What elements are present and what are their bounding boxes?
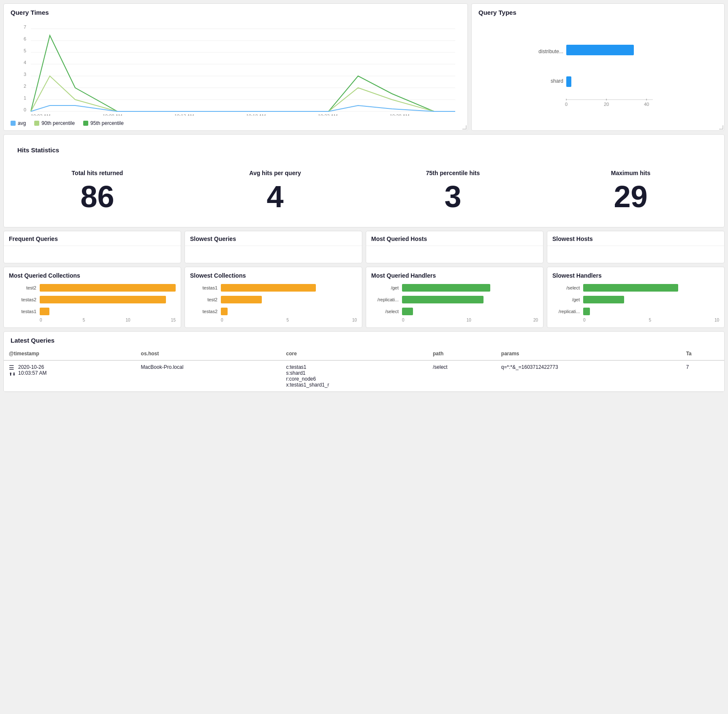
x-label: 20 [533,318,538,322]
most-queried-handlers-title: Most Queried Handlers [371,272,538,279]
latest-queries-table: @timestamp os.host core path params Ta [4,347,724,392]
latest-queries-row: Latest Queries @timestamp os.host core p… [0,331,728,395]
row-controls: ☰ ⬆⬇ 2020-10-26 10:03:57 AM [9,364,131,376]
bar-track [402,284,538,292]
query-types-svg: distribute... shard 0 20 40 [478,28,717,112]
bar-fill [583,296,624,303]
avg-label: avg [18,120,26,126]
query-times-svg: 0 1 2 3 4 5 6 7 [11,23,461,116]
hits-statistics-row: Hits Statistics Total hits returned 86 A… [0,134,728,231]
hit-avg-label: Avg hits per query [193,170,358,176]
hit-total: Total hits returned 86 [11,161,184,220]
bar-track [40,296,176,303]
x-label: 5 [649,318,651,322]
95th-dot [83,121,88,126]
slowest-handlers-card: Slowest Handlers /select /get /replicati… [547,267,725,328]
slowest-handlers-title: Slowest Handlers [552,272,719,279]
bar-label: /get [371,285,399,290]
svg-rect-25 [566,76,571,87]
slowest-collections-title: Slowest Collections [190,272,357,279]
latest-queries-title: Latest Queries [4,332,724,347]
svg-text:10:08 AM: 10:08 AM [103,114,122,116]
x-axis: 0 5 10 15 [9,318,176,322]
most-queried-hosts-panel: Most Queried Hosts [366,231,543,263]
bar-fill [402,296,484,303]
bar-track [40,284,176,292]
bar-label: /select [552,285,580,290]
bar-row: /select [552,284,719,292]
legend-avg: avg [11,120,26,126]
expand-icon[interactable]: ⬆⬇ [9,372,16,376]
x-label: 0 [40,318,42,322]
bar-label: test2 [190,297,217,302]
slowest-hosts-panel: Slowest Hosts [547,231,725,263]
row-action-buttons[interactable]: ☰ ⬆⬇ [9,364,16,376]
bar-row: testas2 [9,296,176,303]
bar-label: testas1 [190,285,217,290]
hits-statistics-title: Hits Statistics [11,141,717,157]
bar-row: test2 [190,296,357,303]
query-times-legend: avg 90th percentile 95th percentile [4,119,467,130]
x-label: 5 [83,318,85,322]
bar-label: testas2 [9,297,36,302]
svg-text:10:23 AM: 10:23 AM [318,114,337,116]
frequent-queries-panel: Frequent Queries [3,231,181,263]
svg-text:2: 2 [24,84,26,89]
resize-handle-qt[interactable] [719,125,723,130]
bar-row: /replicati... [371,296,538,303]
svg-text:10:03 AM: 10:03 AM [31,114,50,116]
x-axis: 0 5 10 [190,318,357,322]
most-queried-hosts-header: Most Queried Hosts [366,231,543,246]
svg-text:0: 0 [565,102,568,107]
x-label: 0 [221,318,223,322]
bar-label: /get [552,297,580,302]
x-label: 15 [171,318,176,322]
x-label: 10 [467,318,471,322]
bar-row: testas1 [9,308,176,315]
col-params: params [496,347,681,360]
bar-row: /select [371,308,538,315]
most-queried-collections-chart: test2 testas2 testas1 [9,284,176,315]
hit-75th-label: 75th percentile hits [370,170,535,176]
x-label: 10 [714,318,719,322]
most-queried-collections-card: Most Queried Collections test2 testas2 t… [3,267,181,328]
hit-avg-value: 4 [193,181,358,212]
bar-fill [221,284,316,292]
bar-track [402,296,538,303]
svg-text:20: 20 [604,102,609,107]
bar-fill [221,308,228,315]
svg-text:7: 7 [24,24,26,30]
query-types-card: Query Types distribute... shard 0 20 40 [471,3,725,131]
col-path: path [428,347,496,360]
slowest-collections-card: Slowest Collections testas1 test2 testas… [185,267,362,328]
hit-75th: 75th percentile hits 3 [366,161,540,220]
bar-fill [583,284,678,292]
slowest-collections-chart: testas1 test2 testas2 [190,284,357,315]
cell-host: MacBook-Pro.local [136,360,281,392]
bar-fill [221,296,262,303]
90th-dot [34,121,39,126]
bar-label: /replicati... [552,309,580,314]
most-queried-handlers-chart: /get /replicati... /select [371,284,538,315]
slowest-handlers-chart: /select /get /replicati... [552,284,719,315]
hits-grid: Total hits returned 86 Avg hits per quer… [11,161,717,220]
bar-track [583,308,719,315]
svg-text:6: 6 [24,36,26,41]
slowest-queries-panel: Slowest Queries [185,231,362,263]
slowest-hosts-header: Slowest Hosts [547,231,724,246]
query-types-title: Query Types [472,4,724,19]
hit-max: Maximum hits 29 [544,161,717,220]
bar-fill [402,308,413,315]
svg-text:40: 40 [644,102,649,107]
hit-max-label: Maximum hits [548,170,713,176]
slowest-hosts-body [547,246,724,263]
x-label: 10 [352,318,357,322]
bar-row: /get [371,284,538,292]
x-label: 5 [286,318,289,322]
query-times-title: Query Times [4,4,467,19]
x-label: 0 [402,318,405,322]
bar-fill [40,308,49,315]
slowest-queries-body [185,246,362,263]
hamburger-icon[interactable]: ☰ [9,364,16,371]
resize-handle[interactable] [462,125,467,130]
